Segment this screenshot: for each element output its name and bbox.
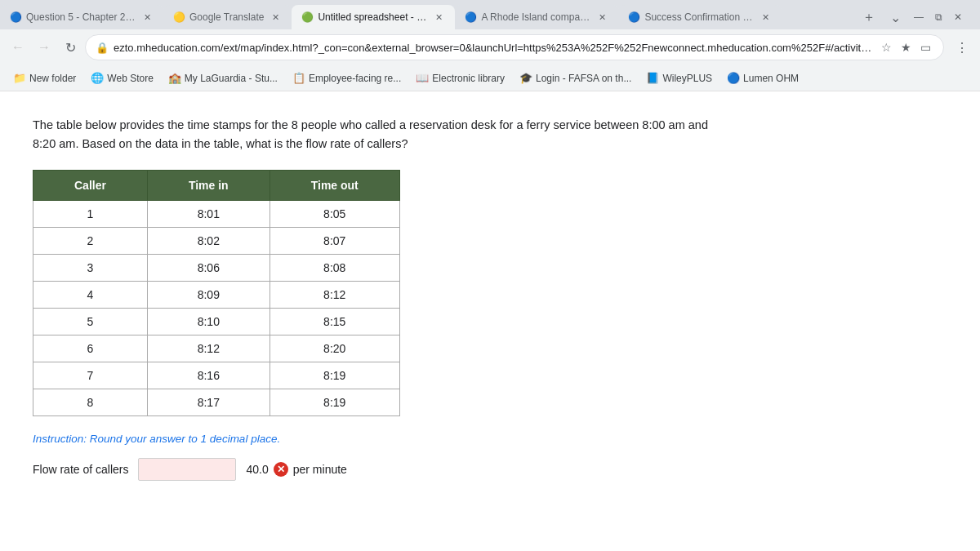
- bookmark-new-folder[interactable]: 📁 New folder: [7, 70, 82, 86]
- tab3-label: Untitled spreadsheet - Google: [318, 11, 427, 23]
- table-row: 68:128:20: [33, 335, 400, 362]
- bookmark-employee-facing-label: Employee-facing re...: [309, 73, 401, 84]
- answer-row: Flow rate of callers 40.0 ✕ per minute: [33, 458, 947, 481]
- bookmark-web-store-label: Web Store: [107, 73, 153, 84]
- bookmark-star-icon[interactable]: ☆: [878, 41, 894, 54]
- table-cell-r0-c0: 1: [33, 201, 148, 228]
- answer-value: 40.0: [246, 463, 268, 476]
- table-cell-r7-c1: 8:17: [147, 389, 270, 416]
- table-cell-r3-c2: 8:12: [270, 282, 399, 309]
- address-bar[interactable]: 🔒 ezto.mheducation.com/ext/map/index.htm…: [85, 34, 944, 60]
- tab3-close[interactable]: ✕: [432, 11, 445, 24]
- address-bar-icons: ☆ ★ ▭: [878, 41, 933, 54]
- bookmark-fafsa[interactable]: 🎓 Login - FAFSA on th...: [513, 70, 638, 86]
- tab2-close[interactable]: ✕: [269, 11, 282, 24]
- window-controls: — ⧉ ✕: [910, 8, 967, 26]
- bookmark-wiley-plus-label: WileyPLUS: [662, 73, 712, 84]
- table-cell-r5-c1: 8:12: [147, 335, 270, 362]
- table-cell-r1-c2: 8:07: [270, 228, 399, 255]
- restore-button[interactable]: ⧉: [929, 8, 947, 26]
- bookmark-lumen-ohm-label: Lumen OHM: [743, 73, 799, 84]
- tab-search-button[interactable]: ⌄: [884, 6, 906, 29]
- tab-spreadsheet[interactable]: 🟢 Untitled spreadsheet - Google ✕: [292, 5, 455, 29]
- table-header-caller: Caller: [33, 171, 148, 201]
- tab-bar: 🔵 Question 5 - Chapter 2 Assign... ✕ 🟡 G…: [0, 0, 980, 29]
- tab-google-translate[interactable]: 🟡 Google Translate ✕: [163, 5, 292, 29]
- tab-success-confirmation[interactable]: 🔵 Success Confirmation of Que... ✕: [618, 5, 782, 29]
- table-row: 58:108:15: [33, 309, 400, 335]
- tab-actions: ＋ ⌄ — ⧉ ✕: [858, 6, 980, 29]
- table-cell-r2-c0: 3: [33, 255, 148, 282]
- answer-value-display: 40.0 ✕ per minute: [246, 462, 346, 477]
- table-row: 78:168:19: [33, 362, 400, 389]
- extension-icon[interactable]: ★: [898, 41, 914, 54]
- tab4-label: A Rhode Island company pro...: [481, 11, 590, 23]
- browser-chrome: 🔵 Question 5 - Chapter 2 Assign... ✕ 🟡 G…: [0, 0, 980, 532]
- tab5-close[interactable]: ✕: [759, 11, 772, 24]
- tab4-favicon: 🔵: [465, 11, 476, 23]
- data-table: Caller Time in Time out 18:018:0528:028:…: [33, 170, 400, 416]
- minimize-button[interactable]: —: [910, 8, 928, 26]
- back-button[interactable]: ←: [7, 36, 29, 59]
- table-cell-r2-c2: 8:08: [270, 255, 399, 282]
- new-tab-button[interactable]: ＋: [858, 6, 880, 29]
- table-row: 38:068:08: [33, 255, 400, 282]
- table-header-time-out: Time out: [270, 171, 399, 201]
- table-cell-r1-c1: 8:02: [147, 228, 270, 255]
- table-row: 48:098:12: [33, 282, 400, 309]
- per-minute-label: per minute: [293, 463, 347, 476]
- bookmark-employee-facing[interactable]: 📋 Employee-facing re...: [286, 70, 408, 86]
- table-cell-r6-c2: 8:19: [270, 362, 399, 389]
- table-cell-r0-c2: 8:05: [270, 201, 399, 228]
- lock-icon: 🔒: [96, 42, 109, 54]
- toolbar-icons: ⋮: [951, 36, 973, 59]
- tab5-label: Success Confirmation of Que...: [644, 11, 754, 23]
- table-cell-r1-c0: 2: [33, 228, 148, 255]
- tab1-label: Question 5 - Chapter 2 Assign...: [26, 11, 136, 23]
- tab2-label: Google Translate: [189, 11, 264, 23]
- tab5-favicon: 🔵: [628, 11, 639, 23]
- error-icon: ✕: [274, 462, 288, 477]
- bookmark-new-folder-label: New folder: [29, 73, 76, 84]
- table-cell-r4-c1: 8:10: [147, 309, 270, 335]
- table-row: 28:028:07: [33, 228, 400, 255]
- instruction-text: Instruction: Round your answer to 1 deci…: [33, 433, 947, 445]
- tab-sidebar-icon[interactable]: ▭: [917, 41, 933, 54]
- table-row: 18:018:05: [33, 201, 400, 228]
- question-text: The table below provides the time stamps…: [33, 116, 727, 153]
- table-cell-r7-c2: 8:19: [270, 389, 399, 416]
- fafsa-icon: 🎓: [519, 72, 532, 84]
- url-text: ezto.mheducation.com/ext/map/index.html?…: [114, 42, 873, 54]
- bookmark-laguardia[interactable]: 🏫 My LaGuardia - Stu...: [162, 70, 284, 86]
- bookmark-electronic-library[interactable]: 📖 Electronic library: [409, 70, 511, 86]
- tab4-close[interactable]: ✕: [595, 11, 608, 24]
- page-content: The table below provides the time stamps…: [0, 91, 980, 532]
- folder-icon: 📁: [13, 72, 26, 84]
- table-cell-r0-c1: 8:01: [147, 201, 270, 228]
- table-cell-r4-c2: 8:15: [270, 309, 399, 335]
- close-button[interactable]: ✕: [949, 8, 967, 26]
- answer-input[interactable]: [138, 458, 236, 481]
- answer-label: Flow rate of callers: [33, 463, 128, 476]
- bookmark-lumen-ohm[interactable]: 🔵 Lumen OHM: [720, 70, 805, 86]
- extensions-button[interactable]: ⋮: [951, 36, 973, 59]
- tab2-favicon: 🟡: [173, 11, 185, 23]
- forward-button[interactable]: →: [33, 36, 56, 59]
- web-store-icon: 🌐: [91, 72, 104, 84]
- bookmark-wiley-plus[interactable]: 📘 WileyPLUS: [639, 70, 719, 86]
- tab-rhode-island[interactable]: 🔵 A Rhode Island company pro... ✕: [455, 5, 618, 29]
- table-header-time-in: Time in: [147, 171, 270, 201]
- laguardia-icon: 🏫: [168, 72, 181, 84]
- reload-button[interactable]: ↻: [59, 36, 82, 59]
- employee-facing-icon: 📋: [292, 72, 305, 84]
- bookmark-web-store[interactable]: 🌐 Web Store: [84, 70, 159, 86]
- table-cell-r5-c2: 8:20: [270, 335, 399, 362]
- tab-question5[interactable]: 🔵 Question 5 - Chapter 2 Assign... ✕: [0, 5, 163, 29]
- address-bar-row: ← → ↻ 🔒 ezto.mheducation.com/ext/map/ind…: [0, 29, 980, 65]
- table-cell-r4-c0: 5: [33, 309, 148, 335]
- table-row: 88:178:19: [33, 389, 400, 416]
- tab1-close[interactable]: ✕: [140, 11, 154, 24]
- table-cell-r3-c0: 4: [33, 282, 148, 309]
- table-cell-r7-c0: 8: [33, 389, 148, 416]
- bookmark-laguardia-label: My LaGuardia - Stu...: [185, 73, 278, 84]
